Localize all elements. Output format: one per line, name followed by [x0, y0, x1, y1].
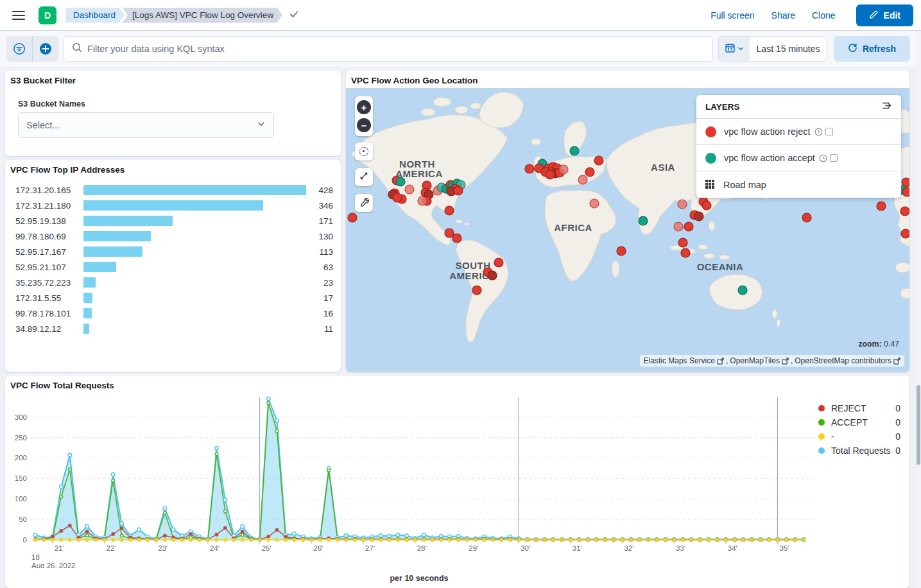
- edit-button[interactable]: Edit: [856, 4, 913, 26]
- ip-bar[interactable]: [83, 216, 173, 226]
- zoom-in-button[interactable]: +: [357, 100, 371, 114]
- scrollbar-thumb[interactable]: [917, 385, 920, 465]
- reject-geo-dot[interactable]: [445, 229, 454, 238]
- collapse-layers-icon[interactable]: [881, 100, 892, 114]
- ip-bar-row[interactable]: 52.95.19.138171: [5, 213, 341, 229]
- reject-geo-dot[interactable]: [900, 207, 909, 216]
- clone-link[interactable]: Clone: [812, 10, 836, 21]
- date-picker[interactable]: Last 15 minutes: [718, 36, 827, 62]
- reject-geo-dot[interactable]: [901, 229, 909, 238]
- reject-geo-dot[interactable]: [578, 175, 587, 184]
- ip-bar-row[interactable]: 52.95.17.167113: [5, 244, 341, 259]
- set-view-button[interactable]: [355, 143, 373, 160]
- attribution-link[interactable]: OpenStreetMap contributors: [795, 356, 891, 365]
- layer-checkbox[interactable]: [825, 128, 833, 135]
- reject-geo-dot[interactable]: [590, 199, 599, 208]
- legend-item[interactable]: ACCEPT0: [818, 415, 900, 429]
- legend-item[interactable]: -0: [818, 429, 900, 444]
- accept-geo-dot[interactable]: [570, 146, 579, 155]
- calendar-dropdown[interactable]: [719, 37, 750, 61]
- continent-label: ASIA: [651, 162, 675, 173]
- reject-geo-dot[interactable]: [393, 193, 402, 202]
- legend-item[interactable]: REJECT0: [818, 401, 900, 415]
- legend-item[interactable]: Total Requests0: [818, 444, 900, 458]
- full-screen-link[interactable]: Full screen: [710, 10, 754, 21]
- time-series-chart[interactable]: 05010015020025030021'22'23'24'25'26'27'2…: [9, 393, 824, 568]
- fit-to-data-button[interactable]: [355, 168, 373, 186]
- layer-item-accept[interactable]: vpc flow action accept: [696, 145, 901, 171]
- attribution-link[interactable]: OpenMapTiles: [730, 356, 780, 365]
- accept-geo-dot[interactable]: [396, 177, 405, 186]
- layer-item-reject[interactable]: vpc flow action reject: [696, 119, 901, 145]
- space-avatar[interactable]: D: [39, 6, 56, 24]
- reject-geo-dot[interactable]: [674, 222, 683, 231]
- add-filter-icon[interactable]: [33, 36, 58, 62]
- s3-bucket-select[interactable]: Select...: [18, 112, 274, 138]
- menu-icon[interactable]: [8, 4, 30, 26]
- reject-geo-dot[interactable]: [594, 156, 603, 165]
- reject-geo-dot[interactable]: [472, 286, 481, 295]
- reject-geo-dot[interactable]: [902, 187, 909, 196]
- ip-bar[interactable]: [83, 200, 263, 211]
- reject-geo-dot[interactable]: [452, 234, 461, 243]
- layer-checkbox[interactable]: [830, 154, 838, 162]
- ip-bar[interactable]: [83, 231, 151, 241]
- ip-bar-row[interactable]: 34.89.12.1211: [5, 321, 341, 336]
- ip-bar[interactable]: [83, 293, 92, 303]
- ip-bar-row[interactable]: 99.78.180.69130: [5, 229, 341, 244]
- reject-geo-dot[interactable]: [418, 196, 427, 205]
- reject-geo-dot[interactable]: [678, 200, 687, 209]
- chevron-down-icon: [737, 43, 744, 55]
- page-scrollbar[interactable]: [917, 31, 921, 588]
- reject-geo-dot[interactable]: [488, 271, 497, 280]
- svg-text:25': 25': [262, 544, 271, 552]
- svg-text:18: 18: [31, 553, 40, 561]
- reject-geo-dot[interactable]: [454, 186, 463, 195]
- ip-bar-row[interactable]: 172.31.5.5517: [5, 290, 341, 306]
- reject-geo-dot[interactable]: [681, 248, 690, 257]
- chevron-down-icon: [257, 119, 266, 131]
- reject-geo-dot[interactable]: [559, 165, 568, 174]
- accept-geo-dot[interactable]: [639, 216, 648, 225]
- time-range-value[interactable]: Last 15 minutes: [750, 37, 827, 61]
- world-map[interactable]: NORTHAMERICASOUTHAMERICAAFRICAASIAOCEANI…: [346, 88, 909, 372]
- pencil-icon: [869, 10, 879, 21]
- reject-geo-dot[interactable]: [678, 238, 687, 247]
- reject-geo-dot[interactable]: [702, 201, 711, 210]
- ip-bar[interactable]: [83, 246, 142, 257]
- reject-geo-dot[interactable]: [684, 222, 693, 231]
- ip-bar[interactable]: [83, 308, 92, 318]
- reject-geo-dot[interactable]: [525, 164, 534, 173]
- zoom-out-button[interactable]: −: [357, 118, 371, 132]
- map-settings-button[interactable]: [355, 194, 373, 212]
- breadcrumb-dashboard[interactable]: Dashboard: [65, 8, 125, 23]
- share-link[interactable]: Share: [771, 10, 795, 21]
- reject-geo-dot[interactable]: [494, 258, 503, 267]
- attribution-link[interactable]: Elastic Maps Service: [644, 356, 715, 365]
- ip-bar-row[interactable]: 172.31.20.165428: [5, 182, 341, 198]
- panel-title: VPC Flow Action Geo Location: [346, 71, 909, 85]
- refresh-button[interactable]: Refresh: [834, 36, 910, 62]
- reject-geo-dot[interactable]: [445, 206, 454, 215]
- filter-list-icon[interactable]: [6, 36, 32, 62]
- s3-bucket-filter-panel: S3 Bucket Filter S3 Bucket Names Select.…: [5, 71, 341, 156]
- kql-search-input[interactable]: [87, 44, 705, 54]
- reject-geo-dot[interactable]: [694, 212, 703, 221]
- reject-geo-dot[interactable]: [617, 246, 626, 255]
- reject-geo-dot[interactable]: [585, 168, 594, 177]
- ip-bar[interactable]: [83, 262, 116, 272]
- layer-item-roadmap[interactable]: Road map: [696, 171, 901, 198]
- ip-bar-row[interactable]: 99.78.178.10116: [5, 306, 341, 321]
- reject-geo-dot[interactable]: [405, 185, 414, 194]
- ip-bar[interactable]: [83, 185, 306, 195]
- reject-geo-dot[interactable]: [546, 170, 555, 179]
- ip-bar-row[interactable]: 172.31.21.180346: [5, 198, 341, 213]
- reject-geo-dot[interactable]: [802, 213, 811, 222]
- ip-bar[interactable]: [83, 277, 96, 288]
- reject-geo-dot[interactable]: [877, 202, 886, 211]
- ip-bar-row[interactable]: 52.95.21.10763: [5, 259, 341, 275]
- accept-geo-dot[interactable]: [738, 286, 747, 295]
- ip-bar-row[interactable]: 35.235.72.22323: [5, 275, 341, 290]
- ip-bar[interactable]: [83, 324, 89, 334]
- map-attribution: Elastic Maps Service,OpenMapTiles,OpenSt…: [640, 355, 904, 367]
